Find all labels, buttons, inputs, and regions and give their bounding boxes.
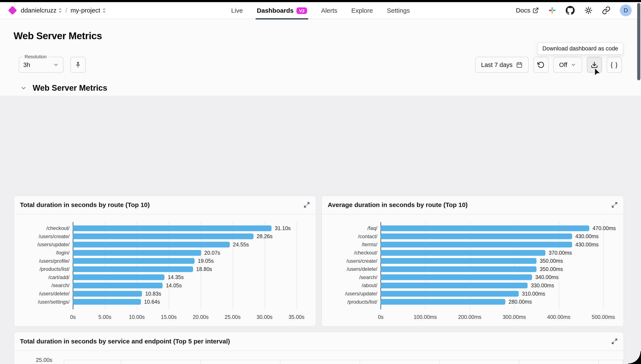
section-header[interactable]: Web Server Metrics [20, 84, 107, 92]
dashboard-json-button[interactable]: { } [607, 57, 622, 73]
value-label: 340.00ms [535, 274, 558, 280]
bar [73, 226, 272, 231]
category-label: /search/ [327, 274, 377, 280]
value-label: 430.00ms [575, 233, 598, 240]
tab-live[interactable]: Live [231, 2, 243, 19]
bar [73, 291, 142, 296]
scrollbar-thumb[interactable] [637, 3, 640, 80]
category-label: /users/delete/ [327, 266, 377, 272]
category-label: /faq/ [327, 225, 377, 231]
resolution-label: Resolution [23, 54, 48, 60]
bar-row: /user/settings/10.64s [19, 298, 308, 306]
breadcrumb: ddanielcruzz / my-project [9, 7, 106, 14]
x-tick-label: 0s [378, 314, 383, 320]
window-corner [628, 351, 641, 364]
github-icon[interactable] [565, 6, 575, 15]
value-label: 14.35s [168, 274, 184, 280]
tab-explore[interactable]: Explore [351, 2, 373, 19]
x-tick-label: 5.00s [98, 314, 111, 320]
bar-row: /contact/430.00ms [327, 232, 616, 241]
category-label: /users/update/ [19, 242, 70, 248]
chart-title: Total duration in seconds by service and… [20, 338, 230, 345]
category-label: /about/ [327, 282, 377, 288]
bar-track: 18.80s [73, 265, 308, 273]
resolution-select[interactable]: Resolution 3h [19, 57, 64, 73]
value-label: 310.00ms [522, 291, 545, 297]
chart-title: Total duration in seconds by route (Top … [20, 201, 150, 208]
value-label: 470.00ms [592, 225, 616, 231]
brand-logo-icon[interactable] [8, 6, 17, 15]
pin-dashboard-button[interactable] [70, 57, 86, 73]
bar [73, 258, 195, 264]
category-label: /contact/ [327, 234, 377, 240]
bar-row: /terms/430.00ms [327, 240, 616, 249]
theme-toggle-sun-icon[interactable] [584, 6, 593, 14]
category-label: /users/delete/ [19, 291, 70, 296]
docs-link[interactable]: Docs [516, 7, 539, 14]
refresh-button[interactable] [533, 57, 548, 73]
value-label: 280.00ms [508, 299, 532, 305]
category-label: /terms/ [327, 242, 377, 248]
chevron-updown-icon [102, 8, 106, 13]
area-chart-plot: 0s5.00s10.00s15.00s20.00s25.00s06/1806/1… [14, 351, 624, 364]
card-header: Total duration in seconds by service and… [14, 332, 624, 351]
chevron-down-icon [571, 62, 576, 68]
expand-icon [611, 338, 618, 344]
time-range-button[interactable]: Last 7 days [475, 57, 529, 73]
bar-track: 19.05s [73, 257, 308, 265]
bar-track: 430.00ms [381, 232, 616, 241]
category-label: /user/settings/ [19, 299, 70, 305]
bar [381, 226, 589, 231]
value-label: 330.00ms [531, 282, 554, 288]
project-switcher[interactable]: my-project [71, 7, 106, 14]
slack-icon[interactable] [548, 6, 556, 14]
value-label: 31.10s [275, 225, 291, 231]
expand-chart-button[interactable] [304, 202, 310, 208]
tab-dashboards[interactable]: Dashboards V2 [257, 2, 307, 19]
bar [73, 274, 165, 280]
bar-track: 330.00ms [381, 281, 616, 290]
bar [73, 234, 254, 239]
mouse-cursor [592, 67, 602, 77]
tab-settings[interactable]: Settings [387, 2, 410, 19]
v2-badge: V2 [297, 8, 307, 14]
category-label: /search/ [19, 282, 70, 288]
category-label: /products/list/ [327, 299, 377, 305]
bar-row: /users/update/24.55s [19, 240, 308, 249]
bar-row: /login/20.07s [19, 249, 308, 257]
section-body: Total duration in seconds by route (Top … [0, 96, 641, 364]
chart-card-average-duration-by-route: Average duration in seconds by route (To… [321, 195, 624, 327]
bar-track: 24.55s [73, 240, 308, 249]
bar-row: /users/update/310.00ms [327, 290, 616, 298]
bar-row: /users/delete/350.00ms [327, 265, 616, 273]
bar-row: /checkout/370.00ms [327, 249, 616, 257]
bar-track: 10.83s [73, 290, 308, 298]
share-link-icon[interactable] [602, 6, 610, 14]
value-label: 18.80s [196, 266, 212, 272]
auto-refresh-select[interactable]: Off [553, 57, 582, 73]
bar-row: /about/330.00ms [327, 281, 616, 290]
bar [381, 234, 572, 239]
tab-alerts[interactable]: Alerts [321, 2, 337, 19]
x-tick-label: 100.00ms [414, 314, 437, 320]
chevron-updown-icon [59, 8, 62, 13]
refresh-icon [537, 61, 544, 68]
toolbar-left: Resolution 3h [19, 57, 86, 73]
bar-track: 14.35s [73, 273, 308, 282]
org-switcher[interactable]: ddanielcruzz [21, 7, 62, 14]
chart-card-total-duration-by-route: Total duration in seconds by route (Top … [14, 195, 316, 327]
user-avatar[interactable]: D [620, 4, 632, 16]
bar-row: /users/delete/10.83s [19, 290, 308, 298]
expand-chart-button[interactable] [611, 338, 618, 344]
bar-track: 280.00ms [381, 298, 616, 306]
value-label: 20.07s [204, 250, 220, 256]
expand-chart-button[interactable] [611, 202, 618, 208]
category-label: /checkout/ [19, 225, 70, 231]
main-tabs: Live Dashboards V2 Alerts Explore Settin… [231, 2, 410, 19]
app-window: ddanielcruzz / my-project Live Dashboard… [0, 0, 641, 364]
bar-track: 370.00ms [381, 249, 616, 257]
project-name: my-project [71, 7, 100, 14]
top-nav: ddanielcruzz / my-project Live Dashboard… [0, 2, 641, 19]
bar [381, 299, 505, 305]
x-tick-label: 30.00s [257, 314, 273, 320]
